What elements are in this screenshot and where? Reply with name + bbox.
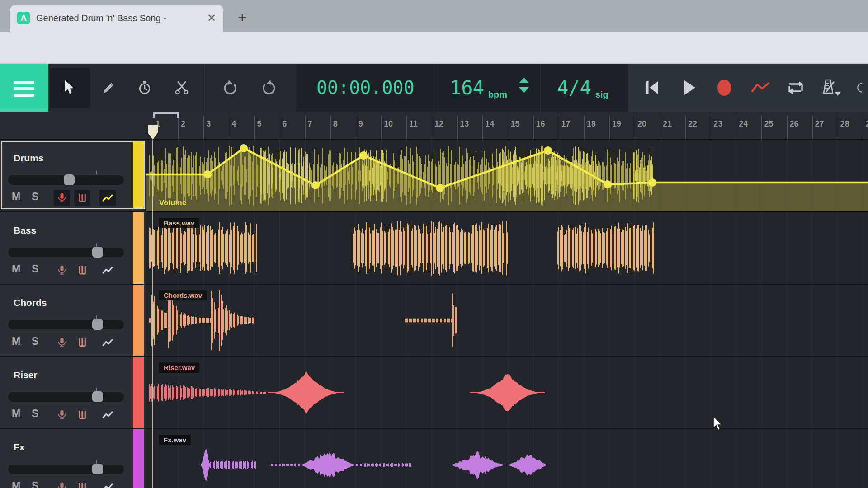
slider-thumb[interactable] bbox=[92, 464, 103, 474]
main-menu-button[interactable] bbox=[0, 64, 48, 112]
track-header-drums[interactable]: DrumsMS bbox=[0, 140, 146, 211]
skip-to-start-button[interactable] bbox=[638, 64, 667, 112]
track-name: Bass bbox=[14, 225, 36, 236]
clip-name-label[interactable]: Riser.wav bbox=[159, 362, 199, 373]
waveform-canvas[interactable] bbox=[146, 357, 868, 428]
track-color-strip bbox=[133, 429, 144, 488]
redo-button[interactable] bbox=[254, 68, 281, 108]
automation-button[interactable] bbox=[99, 190, 116, 206]
automation-button[interactable] bbox=[99, 334, 116, 351]
track-header-bass[interactable]: BassMS bbox=[0, 212, 146, 284]
track-header-chords[interactable]: ChordsMS bbox=[0, 285, 146, 356]
loop-button[interactable] bbox=[781, 64, 810, 112]
browser-tab[interactable]: A Generated Drum 'n' Bass Song - ✕ bbox=[10, 5, 223, 32]
bpm-display[interactable]: 164 bpm bbox=[450, 64, 507, 112]
automation-button[interactable] bbox=[99, 407, 116, 423]
solo-button[interactable]: S bbox=[32, 408, 38, 420]
timeline-ruler[interactable]: 1234567891011121314151617181920212223242… bbox=[0, 112, 868, 140]
instrument-button[interactable] bbox=[74, 190, 90, 206]
track-header-fx[interactable]: FxMS bbox=[0, 429, 146, 488]
metronome-dropdown-icon bbox=[835, 92, 840, 96]
select-tool-button[interactable] bbox=[50, 68, 90, 108]
clip-name-label[interactable]: Fx.wav bbox=[159, 435, 191, 445]
time-signature-display[interactable]: 4/4 sig bbox=[557, 64, 609, 112]
bpm-stepper[interactable] bbox=[519, 77, 529, 98]
track-volume-slider[interactable] bbox=[8, 465, 124, 474]
svg-text:Volume: Volume bbox=[159, 198, 186, 207]
bpm-down-icon[interactable] bbox=[519, 87, 529, 93]
track-lane-chords[interactable]: Chords.wav bbox=[146, 285, 868, 356]
instrument-button[interactable] bbox=[74, 334, 90, 351]
track-lane-fx[interactable]: Fx.wav bbox=[146, 429, 868, 488]
mute-button[interactable]: M bbox=[12, 480, 20, 488]
mute-button[interactable]: M bbox=[12, 263, 20, 275]
undo-button[interactable] bbox=[218, 68, 245, 108]
solo-button[interactable]: S bbox=[32, 480, 38, 488]
ruler-bar-tick bbox=[533, 115, 534, 139]
mute-button[interactable]: M bbox=[12, 408, 20, 420]
solo-button[interactable]: S bbox=[32, 263, 38, 275]
ruler-bar-number: 21 bbox=[663, 119, 672, 129]
metronome-button[interactable] bbox=[816, 64, 845, 112]
new-tab-button[interactable]: + bbox=[233, 8, 251, 26]
automation-button[interactable] bbox=[99, 262, 116, 278]
automation-mode-button[interactable] bbox=[746, 64, 775, 112]
scissors-icon bbox=[175, 81, 189, 94]
playhead-marker[interactable] bbox=[148, 125, 158, 140]
time-display[interactable]: 00:00.000 bbox=[316, 64, 415, 112]
play-button[interactable] bbox=[675, 64, 704, 112]
slider-thumb[interactable] bbox=[92, 319, 103, 330]
track-volume-slider[interactable] bbox=[8, 320, 124, 329]
clip-name-label[interactable]: Chords.wav bbox=[159, 290, 207, 300]
slider-thumb[interactable] bbox=[64, 174, 75, 185]
mute-button[interactable]: M bbox=[12, 335, 20, 347]
track-lane-drums[interactable]: Volume bbox=[146, 140, 868, 211]
partial-right-button[interactable] bbox=[857, 64, 868, 112]
sig-value[interactable]: 4/4 bbox=[557, 77, 591, 99]
record-button[interactable] bbox=[710, 64, 739, 112]
track-volume-slider[interactable] bbox=[8, 248, 124, 257]
stopwatch-tool-button[interactable] bbox=[131, 68, 158, 108]
track-color-strip bbox=[133, 142, 144, 208]
automation-button[interactable] bbox=[99, 479, 116, 488]
tab-close-icon[interactable]: ✕ bbox=[207, 13, 216, 23]
waveform-canvas[interactable]: Volume bbox=[146, 140, 868, 211]
slider-default-tick bbox=[96, 171, 97, 174]
record-arm-button[interactable] bbox=[54, 479, 70, 488]
cut-tool-button[interactable] bbox=[168, 68, 195, 108]
ruler-bar-number: 27 bbox=[815, 119, 824, 129]
track-volume-slider[interactable] bbox=[8, 392, 124, 402]
ruler-bar-number: 3 bbox=[206, 119, 211, 129]
track-lane-bass[interactable]: Bass.wav bbox=[146, 212, 868, 284]
record-arm-button[interactable] bbox=[54, 407, 70, 423]
record-arm-button[interactable] bbox=[54, 190, 70, 206]
instrument-button[interactable] bbox=[74, 262, 90, 278]
track-header-riser[interactable]: RiserMS bbox=[0, 357, 146, 428]
record-arm-button[interactable] bbox=[54, 262, 70, 278]
piano-keys-icon bbox=[77, 482, 87, 488]
ruler-bar-tick bbox=[254, 115, 255, 139]
bpm-value[interactable]: 164 bbox=[450, 77, 484, 99]
instrument-button[interactable] bbox=[74, 479, 90, 488]
automation-zigzag-icon bbox=[102, 338, 113, 347]
record-arm-button[interactable] bbox=[54, 334, 70, 351]
loop-region-marker[interactable] bbox=[153, 112, 179, 118]
waveform-canvas[interactable] bbox=[146, 285, 868, 356]
instrument-button[interactable] bbox=[74, 407, 90, 423]
draw-tool-button[interactable] bbox=[95, 68, 122, 108]
solo-button[interactable]: S bbox=[32, 335, 38, 347]
automation-zigzag-icon bbox=[102, 410, 113, 419]
waveform-canvas[interactable] bbox=[146, 429, 868, 488]
ruler-bar-number: 7 bbox=[308, 119, 312, 129]
track-volume-slider[interactable] bbox=[8, 175, 124, 185]
mute-button[interactable]: M bbox=[12, 191, 20, 203]
mouse-cursor bbox=[713, 416, 725, 432]
clip-name-label[interactable]: Bass.wav bbox=[159, 218, 199, 228]
waveform-canvas[interactable] bbox=[146, 212, 868, 284]
slider-thumb[interactable] bbox=[92, 247, 103, 258]
solo-button[interactable]: S bbox=[32, 191, 38, 203]
bpm-up-icon[interactable] bbox=[519, 77, 529, 83]
slider-thumb[interactable] bbox=[92, 391, 103, 402]
track-lane-riser[interactable]: Riser.wav bbox=[146, 357, 868, 428]
tab-title: Generated Drum 'n' Bass Song - bbox=[36, 13, 203, 23]
